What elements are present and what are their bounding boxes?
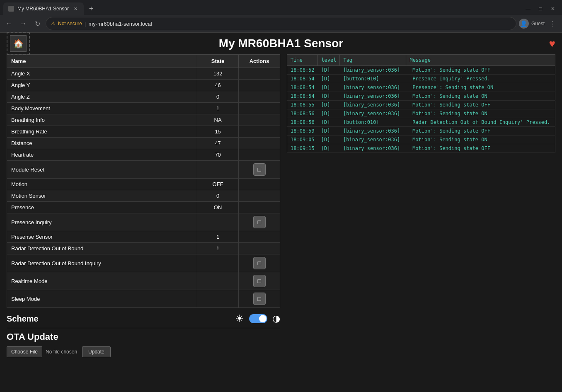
log-level: [D] xyxy=(318,66,340,75)
tab-close-button[interactable]: ✕ xyxy=(72,5,79,12)
action-button[interactable]: □ xyxy=(253,293,266,305)
profile-area[interactable]: 👤 Guest xyxy=(519,19,545,29)
home-button[interactable]: 🏠 xyxy=(10,35,27,52)
log-col-tag: Tag xyxy=(340,55,406,66)
action-button[interactable]: □ xyxy=(253,163,266,176)
log-message: 'Motion': Sending state OFF xyxy=(406,66,555,75)
log-message: 'Motion': Sending state ON xyxy=(406,109,555,118)
browser-tab[interactable]: My MR60BHA1 Sensor ✕ xyxy=(3,2,84,15)
sensor-action xyxy=(239,138,280,149)
log-message: 'Motion': Sending state OFF xyxy=(406,127,555,136)
log-tag: [binary_sensor:036] xyxy=(340,66,406,75)
log-tag: [binary_sensor:036] xyxy=(340,83,406,92)
sun-icon[interactable]: ☀ xyxy=(235,313,244,324)
address-bar-row: ← → ↻ ⚠ Not secure | my-mr60bha1-sensor.… xyxy=(0,15,562,32)
log-time: 18:08:52 xyxy=(287,66,318,75)
log-row: 18:08:54[D][binary_sensor:036]'Presence'… xyxy=(287,83,555,92)
right-panel: Time level Tag Message 18:08:52[D][binar… xyxy=(287,54,555,362)
table-row: Breathing Rate15 xyxy=(7,126,280,138)
sensor-action[interactable]: □ xyxy=(239,213,280,231)
log-level: [D] xyxy=(318,101,340,109)
maximize-button[interactable]: □ xyxy=(535,3,546,15)
sensor-state: 15 xyxy=(197,126,239,138)
sensor-state: 0 xyxy=(197,91,239,103)
browser-menu-button[interactable]: ⋮ xyxy=(547,18,559,29)
sensor-action[interactable]: □ xyxy=(239,254,280,272)
log-time: 18:08:54 xyxy=(287,83,318,92)
sensor-table: Name State Actions Angle X132Angle Y46An… xyxy=(7,54,280,308)
refresh-button[interactable]: ↻ xyxy=(31,18,43,29)
log-row: 18:08:55[D][binary_sensor:036]'Motion': … xyxy=(287,101,555,109)
log-time: 18:09:05 xyxy=(287,136,318,144)
log-row: 18:08:59[D][binary_sensor:036]'Motion': … xyxy=(287,127,555,136)
forward-button[interactable]: → xyxy=(17,18,29,29)
table-row: Realtime Mode□ xyxy=(7,272,280,290)
back-button[interactable]: ← xyxy=(3,18,15,29)
profile-icon: 👤 xyxy=(519,19,529,29)
log-col-time: Time xyxy=(287,55,318,66)
action-button[interactable]: □ xyxy=(253,275,266,287)
sensor-action xyxy=(239,243,280,254)
log-message: 'Presence Inquiry' Pressed. xyxy=(406,75,555,83)
sensor-action xyxy=(239,179,280,190)
window-controls: — □ ✕ xyxy=(522,3,559,15)
sensor-state: 47 xyxy=(197,138,239,149)
sensor-name: Distance xyxy=(7,138,197,149)
sensor-state xyxy=(197,290,239,308)
page-content: 🏠 My MR60BHA1 Sensor ♥ Name State Action… xyxy=(0,33,562,392)
sensor-action[interactable]: □ xyxy=(239,272,280,290)
url-text: my-mr60bha1-sensor.local xyxy=(88,21,511,27)
log-level: [D] xyxy=(318,109,340,118)
log-tag: [binary_sensor:036] xyxy=(340,92,406,101)
log-level: [D] xyxy=(318,127,340,136)
update-button[interactable]: Update xyxy=(82,346,111,357)
page-title: My MR60BHA1 Sensor xyxy=(219,37,343,50)
log-time: 18:08:56 xyxy=(287,118,318,127)
sensor-state: 132 xyxy=(197,68,239,80)
browser-chrome: My MR60BHA1 Sensor ✕ + — □ ✕ ← → ↻ ⚠ Not… xyxy=(0,0,562,33)
sensor-state: 70 xyxy=(197,149,239,161)
moon-icon[interactable]: ◑ xyxy=(272,313,280,324)
log-tag: [button:010] xyxy=(340,118,406,127)
sensor-name: Body Movement xyxy=(7,103,197,114)
table-row: Presense Sensor1 xyxy=(7,231,280,243)
sensor-name: Radar Detection Out of Bound Inquiry xyxy=(7,254,197,272)
table-row: Body Movement1 xyxy=(7,103,280,114)
table-row: Module Reset□ xyxy=(7,161,280,179)
sensor-state: 1 xyxy=(197,243,239,254)
log-level: [D] xyxy=(318,136,340,144)
sensor-action xyxy=(239,114,280,126)
table-row: Angle Y46 xyxy=(7,80,280,91)
sensor-name: Module Reset xyxy=(7,161,197,179)
col-header-actions: Actions xyxy=(239,55,280,68)
table-row: PresenceON xyxy=(7,202,280,213)
lock-icon: ⚠ xyxy=(51,21,56,27)
table-row: Heartrate70 xyxy=(7,149,280,161)
sensor-name: Realtime Mode xyxy=(7,272,197,290)
choose-file-button[interactable]: Choose File xyxy=(7,346,42,357)
table-row: Breathing InfoNA xyxy=(7,114,280,126)
sensor-action[interactable]: □ xyxy=(239,161,280,179)
home-widget: 🏠 xyxy=(7,32,30,55)
address-bar[interactable]: ⚠ Not secure | my-mr60bha1-sensor.local xyxy=(46,17,516,30)
action-button[interactable]: □ xyxy=(253,216,266,228)
sensor-name: Motion xyxy=(7,179,197,190)
log-level: [D] xyxy=(318,83,340,92)
col-header-name: Name xyxy=(7,55,197,68)
new-tab-button[interactable]: + xyxy=(85,3,97,15)
sensor-action[interactable]: □ xyxy=(239,290,280,308)
scheme-toggle[interactable] xyxy=(249,314,267,323)
file-name-label: No file chosen xyxy=(46,349,77,355)
table-row: Presence Inquiry□ xyxy=(7,213,280,231)
action-button[interactable]: □ xyxy=(253,257,266,269)
not-secure-label: Not secure xyxy=(58,21,82,27)
scheme-label: Scheme xyxy=(7,314,230,324)
sensor-action xyxy=(239,80,280,91)
table-row: Angle Z0 xyxy=(7,91,280,103)
sensor-state xyxy=(197,272,239,290)
log-row: 18:09:15[D][binary_sensor:036]'Motion': … xyxy=(287,144,555,153)
heart-icon[interactable]: ♥ xyxy=(549,37,555,50)
log-time: 18:08:59 xyxy=(287,127,318,136)
minimize-button[interactable]: — xyxy=(522,3,534,15)
close-window-button[interactable]: ✕ xyxy=(547,3,559,15)
